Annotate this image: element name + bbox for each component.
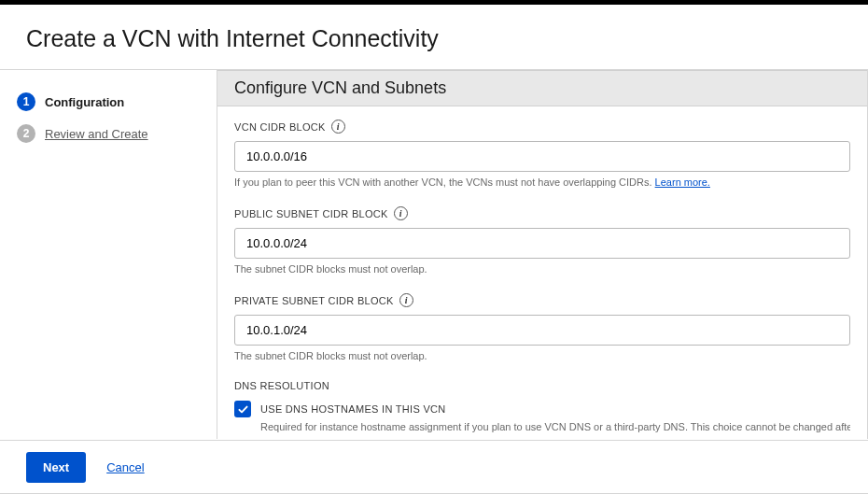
cancel-link[interactable]: Cancel [106, 460, 144, 474]
public-subnet-label-row: PUBLIC SUBNET CIDR BLOCK i [234, 206, 850, 220]
vcn-cidr-label: VCN CIDR BLOCK [234, 121, 326, 133]
vcn-cidr-input[interactable] [234, 141, 850, 172]
info-icon[interactable]: i [399, 293, 413, 307]
step-label-review: Review and Create [45, 127, 148, 141]
step-configuration[interactable]: 1 Configuration [17, 92, 200, 111]
private-subnet-input[interactable] [234, 315, 850, 346]
learn-more-link[interactable]: Learn more. [655, 176, 710, 188]
section-header: Configure VCN and Subnets [217, 70, 867, 106]
step-review-create[interactable]: 2 Review and Create [17, 124, 200, 143]
vcn-cidr-label-row: VCN CIDR BLOCK i [234, 120, 850, 134]
public-subnet-input[interactable] [234, 228, 850, 259]
page-title: Create a VCN with Internet Connectivity [0, 5, 868, 69]
field-dns: DNS RESOLUTION USE DNS HOSTNAMES IN THIS… [234, 380, 850, 432]
private-subnet-help: The subnet CIDR blocks must not overlap. [234, 350, 850, 361]
next-button[interactable]: Next [26, 452, 86, 483]
private-subnet-label-row: PRIVATE SUBNET CIDR BLOCK i [234, 293, 850, 307]
step-number-1: 1 [17, 92, 35, 111]
dns-checkbox-help: Required for instance hostname assignmen… [260, 421, 850, 432]
button-bar: Next Cancel [0, 440, 868, 494]
dns-checkbox-row: USE DNS HOSTNAMES IN THIS VCN [234, 401, 850, 417]
step-label-configuration: Configuration [45, 95, 124, 109]
info-icon[interactable]: i [331, 120, 345, 134]
main-form: Configure VCN and Subnets VCN CIDR BLOCK… [217, 70, 868, 439]
field-vcn-cidr: VCN CIDR BLOCK i If you plan to peer thi… [234, 120, 850, 188]
dns-checkbox[interactable] [234, 401, 251, 417]
form-body: VCN CIDR BLOCK i If you plan to peer thi… [217, 106, 867, 432]
dns-section-label: DNS RESOLUTION [234, 380, 850, 391]
info-icon[interactable]: i [394, 206, 408, 220]
content-area: 1 Configuration 2 Review and Create Conf… [0, 69, 868, 439]
public-subnet-help: The subnet CIDR blocks must not overlap. [234, 263, 850, 275]
private-subnet-label: PRIVATE SUBNET CIDR BLOCK [234, 295, 394, 306]
step-number-2: 2 [17, 124, 35, 143]
field-public-subnet: PUBLIC SUBNET CIDR BLOCK i The subnet CI… [234, 206, 850, 275]
sidebar: 1 Configuration 2 Review and Create [0, 70, 217, 439]
checkmark-icon [237, 403, 249, 416]
vcn-cidr-help: If you plan to peer this VCN with anothe… [234, 176, 850, 188]
field-private-subnet: PRIVATE SUBNET CIDR BLOCK i The subnet C… [234, 293, 850, 361]
dns-checkbox-label: USE DNS HOSTNAMES IN THIS VCN [260, 403, 446, 415]
vcn-cidr-help-text: If you plan to peer this VCN with anothe… [234, 176, 652, 188]
public-subnet-label: PUBLIC SUBNET CIDR BLOCK [234, 208, 388, 219]
